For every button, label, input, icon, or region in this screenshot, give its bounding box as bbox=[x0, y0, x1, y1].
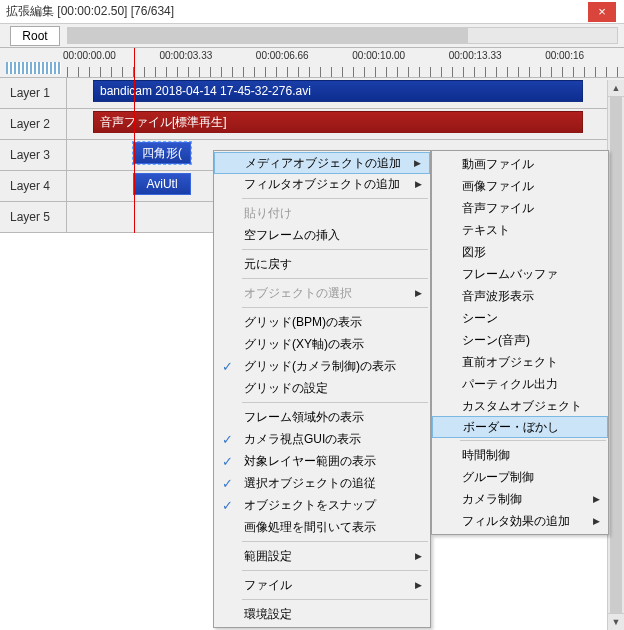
menu-item[interactable]: ファイル▶ bbox=[214, 574, 430, 596]
vscrollbar[interactable]: ▲ ▼ bbox=[607, 80, 624, 630]
menu-item[interactable]: ✓選択オブジェクトの追従 bbox=[214, 472, 430, 494]
scroll-down-icon[interactable]: ▼ bbox=[608, 613, 624, 630]
menu-item[interactable]: 動画ファイル bbox=[432, 153, 608, 175]
menu-item-label: 空フレームの挿入 bbox=[244, 227, 340, 244]
submenu-media-object[interactable]: 動画ファイル画像ファイル音声ファイルテキスト図形フレームバッファ音声波形表示シー… bbox=[431, 150, 609, 535]
check-icon: ✓ bbox=[222, 432, 233, 447]
layer-label[interactable]: Layer 5 bbox=[0, 202, 67, 232]
menu-item[interactable]: 環境設定 bbox=[214, 603, 430, 625]
menu-item[interactable]: 画像処理を間引いて表示 bbox=[214, 516, 430, 538]
menu-item[interactable]: 音声ファイル bbox=[432, 197, 608, 219]
layer-row: Layer 2 音声ファイル[標準再生] bbox=[0, 109, 624, 140]
menu-item-label: 画像処理を間引いて表示 bbox=[244, 519, 376, 536]
menu-item[interactable]: カスタムオブジェクト bbox=[432, 395, 608, 417]
menu-item[interactable]: フィルタ効果の追加▶ bbox=[432, 510, 608, 532]
menu-item-label: 貼り付け bbox=[244, 205, 292, 222]
menu-item[interactable]: フィルタオブジェクトの追加▶ bbox=[214, 173, 430, 195]
menu-separator bbox=[242, 570, 428, 571]
layer-track[interactable]: bandicam 2018-04-14 17-45-32-276.avi bbox=[67, 78, 624, 108]
menu-item-label: フレーム領域外の表示 bbox=[244, 409, 364, 426]
menu-item[interactable]: グリッド(BPM)の表示 bbox=[214, 311, 430, 333]
ruler-row: 00:00:00.0000:00:03.3300:00:06.6600:00:1… bbox=[0, 48, 624, 78]
chevron-right-icon: ▶ bbox=[414, 158, 421, 168]
layer-label[interactable]: Layer 1 bbox=[0, 78, 67, 108]
menu-item-label: 直前オブジェクト bbox=[462, 354, 558, 371]
chevron-right-icon: ▶ bbox=[415, 580, 422, 590]
layer-label[interactable]: Layer 4 bbox=[0, 171, 67, 201]
menu-item-label: カメラ制御 bbox=[462, 491, 522, 508]
timeline-clip[interactable]: AviUtl bbox=[133, 173, 191, 195]
root-button[interactable]: Root bbox=[10, 26, 60, 46]
layer-label[interactable]: Layer 2 bbox=[0, 109, 67, 139]
menu-item-label: 音声波形表示 bbox=[462, 288, 534, 305]
playhead-line bbox=[134, 78, 135, 233]
menu-item[interactable]: 音声波形表示 bbox=[432, 285, 608, 307]
time-ruler[interactable]: 00:00:00.0000:00:03.3300:00:06.6600:00:1… bbox=[67, 48, 618, 77]
menu-item-label: フィルタ効果の追加 bbox=[462, 513, 570, 530]
menu-item-label: 選択オブジェクトの追従 bbox=[244, 475, 376, 492]
check-icon: ✓ bbox=[222, 476, 233, 491]
menu-item[interactable]: ✓グリッド(カメラ制御)の表示 bbox=[214, 355, 430, 377]
menu-item[interactable]: シーン(音声) bbox=[432, 329, 608, 351]
menu-item[interactable]: 元に戻す bbox=[214, 253, 430, 275]
menu-item-label: オブジェクトの選択 bbox=[244, 285, 352, 302]
hscrollbar[interactable] bbox=[67, 27, 618, 44]
ruler-tick: 00:00:16 bbox=[545, 50, 584, 61]
menu-item[interactable]: 時間制御 bbox=[432, 444, 608, 466]
menu-item[interactable]: グループ制御 bbox=[432, 466, 608, 488]
menu-item-label: シーン bbox=[462, 310, 498, 327]
menu-item[interactable]: 範囲設定▶ bbox=[214, 545, 430, 567]
menu-item-label: 画像ファイル bbox=[462, 178, 534, 195]
menu-item-label: 音声ファイル bbox=[462, 200, 534, 217]
menu-item-label: フィルタオブジェクトの追加 bbox=[244, 176, 400, 193]
menu-item[interactable]: ✓対象レイヤー範囲の表示 bbox=[214, 450, 430, 472]
menu-item[interactable]: カメラ制御▶ bbox=[432, 488, 608, 510]
menu-item[interactable]: 直前オブジェクト bbox=[432, 351, 608, 373]
context-menu[interactable]: メディアオブジェクトの追加▶フィルタオブジェクトの追加▶貼り付け空フレームの挿入… bbox=[213, 150, 431, 628]
menu-item[interactable]: シーン bbox=[432, 307, 608, 329]
menu-item-label: 元に戻す bbox=[244, 256, 292, 273]
menu-item[interactable]: テキスト bbox=[432, 219, 608, 241]
menu-item-label: カスタムオブジェクト bbox=[462, 398, 582, 415]
menu-item-label: 図形 bbox=[462, 244, 486, 261]
menu-separator bbox=[242, 278, 428, 279]
hscroll-thumb[interactable] bbox=[68, 28, 468, 43]
tickmarks bbox=[67, 67, 618, 77]
menu-item-label: テキスト bbox=[462, 222, 510, 239]
menu-item[interactable]: フレームバッファ bbox=[432, 263, 608, 285]
menu-item[interactable]: ✓オブジェクトをスナップ bbox=[214, 494, 430, 516]
timeline-clip[interactable]: bandicam 2018-04-14 17-45-32-276.avi bbox=[93, 80, 583, 102]
check-icon: ✓ bbox=[222, 498, 233, 513]
layer-label[interactable]: Layer 3 bbox=[0, 140, 67, 170]
timeline-clip[interactable]: 音声ファイル[標準再生] bbox=[93, 111, 583, 133]
menu-item[interactable]: ✓カメラ視点GUIの表示 bbox=[214, 428, 430, 450]
menu-item[interactable]: パーティクル出力 bbox=[432, 373, 608, 395]
chevron-right-icon: ▶ bbox=[593, 516, 600, 526]
close-button[interactable]: × bbox=[588, 2, 616, 22]
ruler-tick: 00:00:13.33 bbox=[449, 50, 502, 61]
menu-item[interactable]: グリッドの設定 bbox=[214, 377, 430, 399]
menu-item-label: フレームバッファ bbox=[462, 266, 558, 283]
menu-item-label: パーティクル出力 bbox=[462, 376, 558, 393]
menu-item-label: グリッド(BPM)の表示 bbox=[244, 314, 362, 331]
layer-track[interactable]: 音声ファイル[標準再生] bbox=[67, 109, 624, 139]
menu-item-label: ボーダー・ぼかし bbox=[463, 419, 559, 436]
menu-item-label: グリッドの設定 bbox=[244, 380, 328, 397]
menu-item[interactable]: メディアオブジェクトの追加▶ bbox=[214, 152, 430, 174]
menu-item: 貼り付け bbox=[214, 202, 430, 224]
menu-item-label: 環境設定 bbox=[244, 606, 292, 623]
window-title: 拡張編集 [00:00:02.50] [76/634] bbox=[0, 3, 588, 20]
menu-item-label: メディアオブジェクトの追加 bbox=[245, 155, 401, 172]
vscroll-thumb[interactable] bbox=[610, 97, 622, 613]
menu-item[interactable]: グリッド(XY軸)の表示 bbox=[214, 333, 430, 355]
menu-separator bbox=[242, 249, 428, 250]
ruler-tick: 00:00:06.66 bbox=[256, 50, 309, 61]
menu-item[interactable]: ボーダー・ぼかし bbox=[432, 416, 608, 438]
menu-item[interactable]: フレーム領域外の表示 bbox=[214, 406, 430, 428]
menu-separator bbox=[242, 198, 428, 199]
timeline-clip[interactable]: 四角形( bbox=[133, 142, 191, 164]
menu-item[interactable]: 図形 bbox=[432, 241, 608, 263]
scroll-up-icon[interactable]: ▲ bbox=[608, 80, 624, 97]
menu-item[interactable]: 空フレームの挿入 bbox=[214, 224, 430, 246]
menu-item[interactable]: 画像ファイル bbox=[432, 175, 608, 197]
